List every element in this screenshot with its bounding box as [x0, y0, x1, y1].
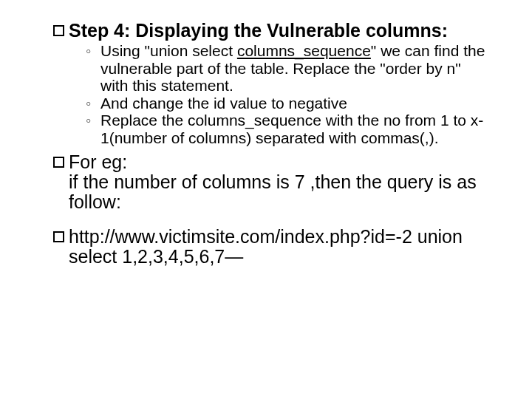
sub-item-3: ◦ Replace the columns_sequence with the …: [86, 112, 488, 146]
sub-item-1: ◦ Using "union select columns_sequence" …: [86, 42, 488, 95]
sub-item-1-text: Using "union select columns_sequence" we…: [100, 42, 488, 95]
square-bullet-icon: [53, 231, 64, 242]
bullet-url: http://www.victimsite.com/index.php?id=-…: [53, 227, 488, 267]
url-example-text: http://www.victimsite.com/index.php?id=-…: [69, 227, 488, 267]
sub-marker-icon: ◦: [86, 42, 100, 60]
sub-marker-icon: ◦: [86, 112, 100, 129]
foreg-line1: For eg:: [69, 151, 127, 172]
slide-container: Step 4: Displaying the Vulnerable column…: [0, 0, 532, 399]
step4-title-text: Step 4: Displaying the Vulnerable column…: [69, 20, 448, 41]
step4-sublist: ◦ Using "union select columns_sequence" …: [53, 42, 488, 146]
foreg-line2: if the number of columns is 7 ,then the …: [69, 171, 477, 212]
step4-title: Step 4: Displaying the Vulnerable column…: [69, 21, 448, 41]
bullet-step4: Step 4: Displaying the Vulnerable column…: [53, 21, 488, 41]
sub-item-2-text: And change the id value to negative: [100, 95, 347, 112]
sub1-underlined: columns_sequence: [237, 42, 371, 59]
sub-item-2: ◦ And change the id value to negative: [86, 95, 488, 112]
square-bullet-icon: [53, 157, 64, 168]
sub1-before: Using "union select: [100, 42, 237, 59]
square-bullet-icon: [53, 25, 64, 36]
foreg-text: For eg: if the number of columns is 7 ,t…: [69, 152, 488, 212]
sub-item-3-text: Replace the columns_sequence with the no…: [100, 112, 488, 146]
bullet-foreg: For eg: if the number of columns is 7 ,t…: [53, 152, 488, 212]
sub-marker-icon: ◦: [86, 95, 100, 112]
